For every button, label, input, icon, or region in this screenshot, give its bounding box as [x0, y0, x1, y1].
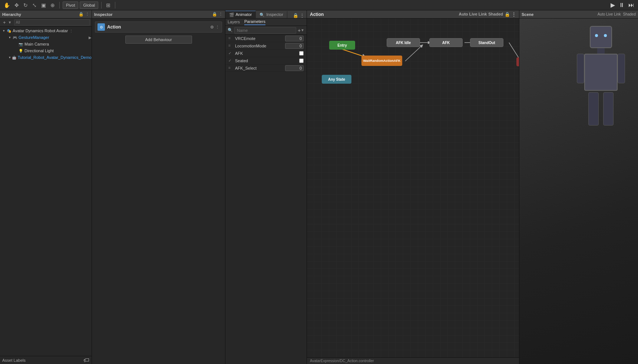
- scene-auto-live-label[interactable]: Auto Live Link: [598, 12, 621, 16]
- node-afk[interactable]: AFK: [429, 38, 463, 47]
- afk-name: AFK: [235, 51, 299, 56]
- avatar-label: Avatar Dynamics Robot Avatar: [13, 29, 68, 33]
- animator-tab-label: Animator: [235, 12, 252, 17]
- action-menu-icon[interactable]: ⋮: [512, 12, 516, 17]
- locomotion-type-icon: =: [228, 44, 233, 48]
- sub-tabs: Layers Parameters: [225, 19, 307, 26]
- play-btn[interactable]: ▶: [609, 1, 616, 9]
- rotate-tool-btn[interactable]: ↻: [22, 1, 29, 9]
- graph-footer: AvatarExpression/DC_Action.controller: [307, 357, 519, 364]
- separator-2: [101, 2, 102, 9]
- hierarchy-search-input[interactable]: [14, 19, 90, 26]
- animator-tab-icon: 🎬: [229, 13, 234, 17]
- hierarchy-item-gesture[interactable]: ▾ 🎮 GestureManager ▶: [0, 34, 92, 41]
- add-behaviour-btn[interactable]: Add Behaviour: [125, 36, 192, 44]
- transform-tool-btn[interactable]: ⊕: [49, 1, 56, 9]
- scene-panel: Scene Auto Live Link Shaded: [519, 10, 638, 364]
- animator-tabs-header: 🎬 Animator 🔍 Inspector 🔒 ⋮: [225, 10, 307, 19]
- avatar-icon: 🎭: [7, 29, 11, 33]
- auto-live-link-btn[interactable]: Auto Live Link: [459, 12, 487, 17]
- separator-3: [115, 2, 115, 9]
- param-row-locomotion[interactable]: = LocomotionMode: [225, 42, 307, 50]
- action-lock-icon[interactable]: 🔒: [505, 12, 510, 17]
- hierarchy-lock-icon[interactable]: 🔒: [79, 12, 84, 17]
- hierarchy-header: Hierarchy 🔒 ⋮: [0, 10, 92, 19]
- sub-tab-layers[interactable]: Layers: [228, 20, 240, 25]
- afk-type-icon: ✓: [228, 51, 233, 56]
- scene-title: Scene: [522, 12, 533, 17]
- custom-tool-btn[interactable]: ⊞: [105, 1, 112, 9]
- inspector-tab-label: Inspector: [267, 12, 283, 17]
- scene-shaded-label[interactable]: Shaded: [623, 12, 636, 16]
- gesture-label: GestureManager: [19, 35, 49, 40]
- sub-tab-parameters[interactable]: Parameters: [244, 19, 265, 25]
- node-any-state[interactable]: Any State: [322, 75, 351, 84]
- action-panel-tools: Auto Live Link Shaded 🔒 ⋮: [459, 12, 516, 17]
- pause-btn[interactable]: ⏸: [617, 1, 626, 9]
- afkselect-name: AFK_Select: [235, 66, 285, 70]
- node-entry[interactable]: Entry: [329, 41, 355, 50]
- tab-animator[interactable]: 🎬 Animator: [225, 11, 256, 18]
- graph-footer-path: AvatarExpression/DC_Action.controller: [310, 359, 374, 363]
- hierarchy-menu-icon[interactable]: ⋮: [85, 12, 89, 17]
- light-icon: 💡: [19, 49, 23, 53]
- hierarchy-item-robot[interactable]: ▾ 🤖 Tutorial_Robot_Avatar_Dynamics_Demo: [0, 54, 92, 61]
- global-btn[interactable]: Global: [80, 1, 98, 9]
- inspector-header: Inspector 🔒 ⋮: [92, 10, 225, 19]
- node-wait-random[interactable]: WaitRandomActionAFK: [361, 56, 402, 66]
- locomotion-name: LocomotionMode: [235, 44, 285, 48]
- inspector-lock-icon[interactable]: 🔒: [212, 12, 217, 17]
- animator-menu-icon[interactable]: ⋮: [300, 13, 304, 18]
- shaded-btn[interactable]: Shaded: [488, 12, 503, 17]
- hierarchy-item-avatar[interactable]: ▾ 🎭 Avatar Dynamics Robot Avatar ⋮: [0, 27, 92, 34]
- param-row-seated[interactable]: ✓ Seated: [225, 57, 307, 64]
- hierarchy-item-camera[interactable]: 📷 Main Camera: [0, 41, 92, 47]
- afkselect-value[interactable]: [285, 65, 304, 71]
- node-afk-idle-label: AFK Idle: [396, 41, 411, 45]
- gesture-icon: 🎮: [13, 36, 17, 40]
- afk-checkbox[interactable]: [299, 51, 304, 56]
- inspector-content: ⚙ Action ⚙ ⋮ Add Behaviour: [92, 19, 225, 364]
- node-afk-idle[interactable]: AFK Idle: [387, 38, 420, 47]
- tag-icon[interactable]: 🏷: [83, 357, 89, 364]
- action-panel-title: Action: [310, 12, 324, 17]
- hand-tool-btn[interactable]: ✋: [2, 1, 11, 9]
- node-afk-label: AFK: [442, 41, 450, 45]
- action-panel: Action Auto Live Link Shaded 🔒 ⋮: [307, 10, 519, 364]
- top-toolbar: ✋ ✥ ↻ ⤡ ▣ ⊕ Pivot Global ⊞ ▶ ⏸ ⏭: [0, 0, 638, 10]
- param-row-afk[interactable]: ✓ AFK: [225, 50, 307, 57]
- component-more-icon[interactable]: ⋮: [215, 25, 219, 30]
- camera-label: Main Camera: [24, 42, 49, 46]
- param-row-afkselect[interactable]: = AFK_Select: [225, 64, 307, 72]
- avatar-menu[interactable]: ⋮: [69, 29, 73, 33]
- afkselect-type-icon: =: [228, 66, 233, 70]
- move-tool-btn[interactable]: ✥: [13, 1, 20, 9]
- graph-area[interactable]: Entry AFK Idle AFK StandOut WaitRandomAc…: [307, 19, 519, 357]
- main-layout: Hierarchy 🔒 ⋮ + ▼ ▾ 🎭 Avatar Dynamics Ro…: [0, 10, 638, 364]
- node-exit[interactable]: Exit: [516, 57, 519, 66]
- hierarchy-item-light[interactable]: 💡 Directional Light: [0, 47, 92, 54]
- locomotion-value[interactable]: [285, 43, 304, 49]
- hierarchy-add-btn[interactable]: +: [1, 19, 7, 26]
- camera-icon: 📷: [19, 42, 23, 46]
- svg-line-1: [405, 46, 422, 61]
- light-label: Directional Light: [24, 49, 54, 53]
- seated-checkbox[interactable]: [299, 59, 304, 63]
- component-settings-icon[interactable]: ⚙: [210, 25, 214, 30]
- hierarchy-header-icons: 🔒 ⋮: [79, 12, 89, 17]
- scale-tool-btn[interactable]: ⤡: [31, 1, 38, 9]
- params-list: = VRCEmote = LocomotionMode ✓ AFK ✓ Seat…: [225, 35, 307, 364]
- step-btn[interactable]: ⏭: [627, 1, 636, 9]
- params-search-input[interactable]: [234, 27, 296, 34]
- robot-icon: 🤖: [12, 56, 16, 60]
- tab-inspector[interactable]: 🔍 Inspector: [256, 11, 287, 18]
- asset-labels: Asset Labels 🏷: [0, 356, 92, 364]
- node-stand-out[interactable]: StandOut: [470, 38, 503, 47]
- param-row-vrcemote[interactable]: = VRCEmote: [225, 35, 307, 42]
- inspector-menu-icon[interactable]: ⋮: [219, 12, 223, 17]
- animator-lock-icon[interactable]: 🔒: [293, 13, 298, 18]
- pivot-btn[interactable]: Pivot: [63, 1, 78, 9]
- rect-tool-btn[interactable]: ▣: [40, 1, 47, 9]
- vrcemote-value[interactable]: [285, 36, 304, 41]
- params-add-btn[interactable]: +: [298, 27, 301, 33]
